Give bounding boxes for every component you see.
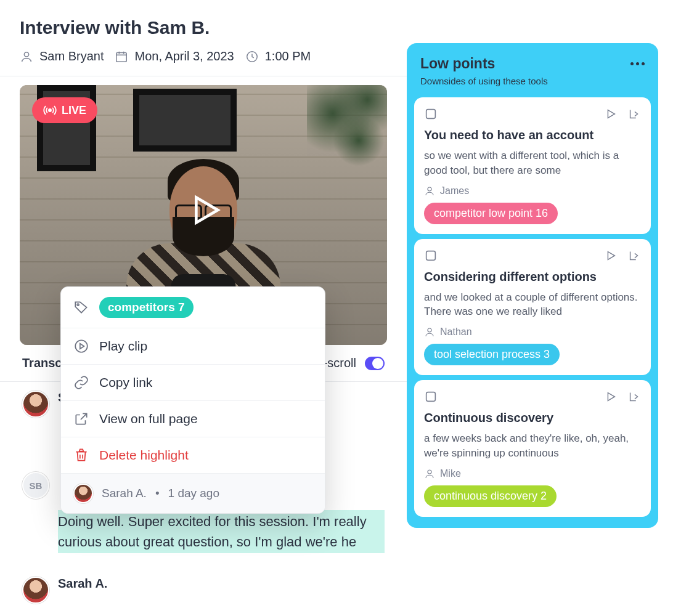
interview-time: 1:00 PM: [265, 49, 311, 63]
broadcast-icon: [43, 103, 57, 117]
card-body: so we went with a different tool, which …: [424, 148, 641, 178]
transcript-row: Sarah A.: [0, 568, 407, 612]
avatar: [22, 577, 49, 604]
play-circle-icon: [73, 338, 89, 354]
export-icon[interactable]: [627, 390, 641, 403]
wall-frame-icon: [133, 89, 237, 152]
more-icon[interactable]: [630, 62, 645, 65]
live-label: LIVE: [62, 104, 86, 117]
page-title: Interview with Sam B.: [0, 0, 407, 44]
footer-time: 1 day ago: [168, 487, 219, 500]
tag-pill[interactable]: continuous discovery 2: [424, 485, 557, 507]
card-body: a few weeks back and they're like, oh, y…: [424, 431, 641, 461]
author-name: James: [440, 185, 469, 197]
checkbox-icon[interactable]: [424, 390, 438, 403]
tag-pill[interactable]: tool selection process 3: [424, 344, 560, 365]
card-title: Considering different options: [424, 270, 641, 284]
live-badge: LIVE: [32, 97, 97, 123]
person-icon: [424, 185, 435, 197]
play-button[interactable]: [182, 188, 225, 232]
tag-row[interactable]: competitors 7: [61, 287, 325, 328]
card-author: Mike: [424, 468, 641, 479]
svg-rect-1: [116, 52, 127, 62]
play-icon: [182, 188, 225, 232]
svg-rect-11: [426, 251, 436, 260]
plant-icon: [307, 85, 387, 208]
avatar-initials: SB: [22, 472, 49, 499]
card-body: and we looked at a couple of different o…: [424, 290, 641, 320]
clock-icon: [245, 50, 259, 63]
tag-icon: [73, 299, 89, 315]
tag-pill[interactable]: competitors 7: [99, 297, 194, 318]
svg-point-13: [428, 328, 431, 332]
calendar-icon: [115, 50, 128, 63]
insight-card[interactable]: Continuous discovery a few weeks back an…: [414, 380, 651, 517]
toggle-switch[interactable]: [365, 357, 385, 370]
insight-card[interactable]: Considering different options and we loo…: [414, 239, 651, 376]
checkbox-icon[interactable]: [424, 249, 438, 262]
author-name: Mike: [440, 468, 461, 479]
avatar: [22, 391, 49, 418]
svg-point-3: [49, 109, 51, 111]
play-clip-item[interactable]: Play clip: [61, 328, 325, 365]
avatar: [73, 484, 93, 503]
svg-rect-8: [426, 110, 436, 119]
participant-name: Sam Bryant: [39, 49, 104, 63]
checkbox-icon[interactable]: [424, 107, 438, 121]
footer-author: Sarah A.: [102, 487, 147, 500]
low-points-panel: Low points Downsides of using these tool…: [407, 43, 658, 528]
participant-meta: Sam Bryant: [20, 49, 104, 63]
play-icon[interactable]: [604, 107, 618, 121]
card-title: You need to have an account: [424, 128, 641, 142]
trash-icon: [73, 447, 89, 463]
context-menu: competitors 7 Play clip Copy link View o…: [60, 286, 325, 514]
external-link-icon: [73, 411, 89, 427]
person-icon: [20, 50, 33, 63]
tag-pill[interactable]: competitor low point 16: [424, 203, 558, 224]
play-icon[interactable]: [604, 390, 618, 403]
copy-link-item[interactable]: Copy link: [61, 365, 325, 401]
menu-label: Play clip: [99, 339, 147, 354]
svg-point-5: [77, 304, 79, 306]
card-title: Continuous discovery: [424, 411, 641, 425]
insight-card[interactable]: You need to have an account so we went w…: [414, 97, 651, 234]
meta-row: Sam Bryant Mon, April 3, 2023 1:00 PM: [0, 44, 407, 76]
export-icon[interactable]: [627, 249, 641, 262]
svg-rect-14: [426, 392, 436, 402]
delete-highlight-item[interactable]: Delete highlight: [61, 437, 325, 474]
dot-separator: •: [155, 487, 160, 500]
date-meta: Mon, April 3, 2023: [115, 49, 234, 63]
svg-point-10: [428, 187, 431, 191]
person-icon: [424, 326, 435, 338]
highlighted-transcript[interactable]: Doing well. Super excited for this sessi…: [58, 510, 385, 553]
svg-marker-7: [80, 344, 84, 349]
card-author: James: [424, 185, 641, 197]
speaker-name: Sarah A.: [58, 577, 107, 591]
time-meta: 1:00 PM: [245, 49, 311, 63]
menu-label: Copy link: [99, 375, 152, 390]
card-author: Nathan: [424, 326, 641, 338]
svg-marker-4: [196, 197, 218, 222]
svg-point-16: [428, 470, 431, 474]
context-menu-footer: Sarah A. • 1 day ago: [61, 474, 325, 513]
view-full-page-item[interactable]: View on full page: [61, 401, 325, 437]
panel-title: Low points: [420, 55, 495, 72]
svg-marker-15: [608, 393, 614, 401]
interview-date: Mon, April 3, 2023: [134, 49, 234, 63]
panel-subtitle: Downsides of using these tools: [413, 75, 652, 92]
author-name: Nathan: [440, 326, 472, 338]
svg-marker-9: [608, 110, 614, 118]
play-icon[interactable]: [604, 249, 618, 262]
svg-marker-12: [608, 251, 614, 259]
svg-point-6: [75, 340, 88, 352]
menu-label: Delete highlight: [99, 448, 189, 463]
person-icon: [424, 468, 435, 479]
export-icon[interactable]: [627, 107, 641, 121]
link-icon: [73, 375, 89, 391]
menu-label: View on full page: [99, 411, 198, 426]
svg-point-0: [24, 52, 28, 56]
